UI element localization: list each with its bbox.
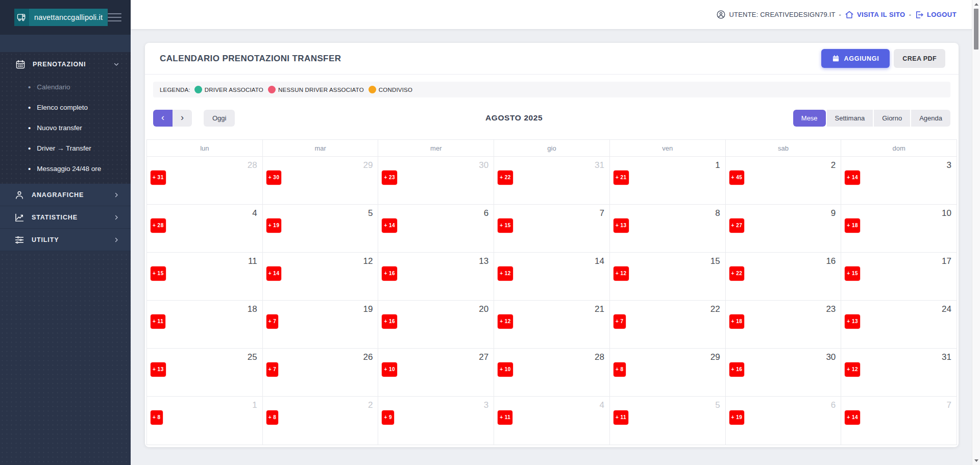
calendar-day-cell[interactable]: 10+ 18 (841, 205, 957, 252)
calendar-day-cell[interactable]: 4+ 28 (147, 205, 262, 252)
sidebar-item-calendario[interactable]: Calendario (0, 77, 131, 97)
calendar-day-cell[interactable]: 3+ 14 (841, 157, 957, 204)
calendar-day-cell[interactable]: 8+ 13 (609, 205, 725, 252)
booking-count-badge[interactable]: + 9 (382, 410, 394, 425)
today-button[interactable]: Oggi (204, 110, 235, 127)
calendar-day-cell[interactable]: 16+ 22 (725, 253, 841, 300)
booking-count-badge[interactable]: + 16 (382, 314, 397, 329)
booking-count-badge[interactable]: + 12 (845, 362, 860, 377)
brand-logo[interactable]: navettanccgallipoli.it (14, 9, 108, 26)
booking-count-badge[interactable]: + 19 (266, 218, 282, 233)
booking-count-badge[interactable]: + 10 (382, 362, 397, 377)
calendar-day-cell[interactable]: 24+ 13 (841, 301, 957, 348)
booking-count-badge[interactable]: + 15 (498, 218, 513, 233)
calendar-day-cell[interactable]: 11+ 15 (147, 253, 262, 300)
calendar-day-cell[interactable]: 31+ 12 (841, 349, 957, 396)
calendar-day-cell[interactable]: 4+ 11 (494, 397, 609, 445)
calendar-day-cell[interactable]: 14+ 12 (494, 253, 609, 300)
booking-count-badge[interactable]: + 18 (729, 314, 745, 329)
calendar-day-cell[interactable]: 28+ 10 (494, 349, 609, 396)
booking-count-badge[interactable]: + 11 (498, 410, 512, 425)
calendar-day-cell[interactable]: 7+ 15 (494, 205, 609, 252)
logout-link[interactable]: LOGOUT (915, 10, 957, 19)
sidebar-item-prenotazioni[interactable]: PRENOTAZIONI (0, 52, 131, 77)
booking-count-badge[interactable]: + 22 (498, 170, 513, 185)
hamburger-menu-icon[interactable] (108, 13, 121, 21)
calendar-day-cell[interactable]: 2+ 45 (725, 157, 841, 204)
booking-count-badge[interactable]: + 16 (382, 266, 397, 281)
scrollbar-up-arrow-icon[interactable] (974, 3, 978, 6)
booking-count-badge[interactable]: + 14 (845, 410, 860, 425)
booking-count-badge[interactable]: + 12 (498, 314, 513, 329)
booking-count-badge[interactable]: + 15 (151, 266, 166, 281)
booking-count-badge[interactable]: + 11 (151, 314, 165, 329)
sidebar-item-elenco-completo[interactable]: Elenco completo (0, 97, 131, 117)
calendar-day-cell[interactable]: 6+ 14 (378, 205, 494, 252)
booking-count-badge[interactable]: + 23 (382, 170, 397, 185)
booking-count-badge[interactable]: + 14 (382, 218, 397, 233)
calendar-day-cell[interactable]: 20+ 16 (378, 301, 494, 348)
booking-count-badge[interactable]: + 12 (614, 266, 629, 281)
booking-count-badge[interactable]: + 13 (845, 314, 860, 329)
next-month-button[interactable]: › (173, 110, 192, 127)
calendar-day-cell[interactable]: 6+ 19 (725, 397, 841, 445)
sidebar-item-anagrafiche[interactable]: ANAGRAFICHE (0, 184, 131, 206)
add-button[interactable]: AGGIUNGI (821, 49, 890, 68)
booking-count-badge[interactable]: + 7 (614, 314, 626, 329)
sidebar-item-statistiche[interactable]: STATISTICHE (0, 206, 131, 229)
booking-count-badge[interactable]: + 7 (266, 314, 279, 329)
scrollbar-down-arrow-icon[interactable] (974, 459, 978, 462)
booking-count-badge[interactable]: + 22 (729, 266, 745, 281)
visit-site-link[interactable]: VISITA IL SITO (845, 10, 905, 19)
view-button-giorno[interactable]: Giorno (874, 110, 910, 127)
calendar-day-cell[interactable]: 28+ 31 (147, 157, 262, 204)
calendar-day-cell[interactable]: 5+ 11 (609, 397, 725, 445)
calendar-day-cell[interactable]: 7+ 14 (841, 397, 957, 445)
booking-count-badge[interactable]: + 45 (729, 170, 745, 185)
booking-count-badge[interactable]: + 14 (266, 266, 282, 281)
calendar-day-cell[interactable]: 21+ 12 (494, 301, 609, 348)
calendar-day-cell[interactable]: 25+ 13 (147, 349, 262, 396)
calendar-day-cell[interactable]: 1+ 8 (147, 397, 262, 445)
calendar-day-cell[interactable]: 29+ 8 (609, 349, 725, 396)
view-button-mese[interactable]: Mese (793, 110, 826, 127)
booking-count-badge[interactable]: + 11 (614, 410, 628, 425)
calendar-day-cell[interactable]: 27+ 10 (378, 349, 494, 396)
sidebar-item-messaggio-24-48-ore[interactable]: Messaggio 24/48 ore (0, 158, 131, 179)
calendar-day-cell[interactable]: 26+ 7 (262, 349, 378, 396)
prev-month-button[interactable]: ‹ (153, 110, 173, 127)
booking-count-badge[interactable]: + 10 (498, 362, 513, 377)
calendar-day-cell[interactable]: 3+ 9 (378, 397, 494, 445)
booking-count-badge[interactable]: + 15 (845, 266, 860, 281)
calendar-day-cell[interactable]: 1+ 21 (609, 157, 725, 204)
vertical-scrollbar[interactable] (972, 0, 980, 465)
booking-count-badge[interactable]: + 14 (845, 170, 860, 185)
calendar-day-cell[interactable]: 5+ 19 (262, 205, 378, 252)
calendar-day-cell[interactable]: 23+ 18 (725, 301, 841, 348)
booking-count-badge[interactable]: + 13 (614, 218, 629, 233)
calendar-day-cell[interactable]: 31+ 22 (494, 157, 609, 204)
booking-count-badge[interactable]: + 19 (729, 410, 745, 425)
booking-count-badge[interactable]: + 31 (151, 170, 166, 185)
booking-count-badge[interactable]: + 12 (498, 266, 513, 281)
view-button-settimana[interactable]: Settimana (827, 110, 873, 127)
calendar-day-cell[interactable]: 17+ 15 (841, 253, 957, 300)
sidebar-item-utility[interactable]: UTILITY (0, 229, 131, 251)
booking-count-badge[interactable]: + 16 (729, 362, 745, 377)
view-button-agenda[interactable]: Agenda (911, 110, 950, 127)
calendar-day-cell[interactable]: 9+ 27 (725, 205, 841, 252)
booking-count-badge[interactable]: + 8 (614, 362, 626, 377)
calendar-day-cell[interactable]: 12+ 14 (262, 253, 378, 300)
calendar-day-cell[interactable]: 22+ 7 (609, 301, 725, 348)
calendar-day-cell[interactable]: 15+ 12 (609, 253, 725, 300)
booking-count-badge[interactable]: + 13 (151, 362, 166, 377)
scrollbar-thumb[interactable] (974, 9, 978, 50)
calendar-day-cell[interactable]: 19+ 7 (262, 301, 378, 348)
booking-count-badge[interactable]: + 28 (151, 218, 166, 233)
booking-count-badge[interactable]: + 7 (266, 362, 279, 377)
booking-count-badge[interactable]: + 21 (614, 170, 629, 185)
calendar-day-cell[interactable]: 29+ 30 (262, 157, 378, 204)
booking-count-badge[interactable]: + 8 (151, 410, 163, 425)
booking-count-badge[interactable]: + 30 (266, 170, 282, 185)
booking-count-badge[interactable]: + 27 (729, 218, 745, 233)
